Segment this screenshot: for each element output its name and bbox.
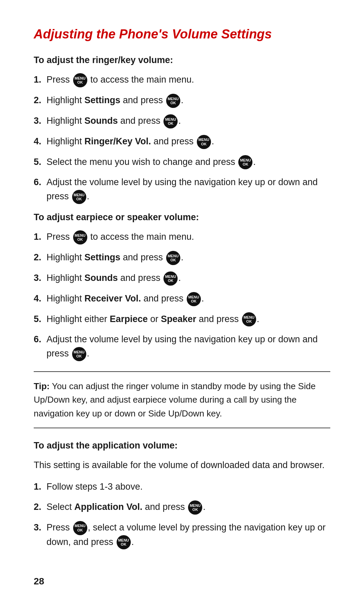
page-number: 28: [34, 576, 44, 587]
tip-text: You can adjust the ringer volume in stan…: [34, 381, 315, 418]
step-2-3: 3. Highlight Sounds and press MENUOK.: [34, 271, 330, 286]
step-2-1: 1. Press MENUOK to access the main menu.: [34, 230, 330, 244]
menu-ok-button: MENUOK: [73, 521, 87, 535]
step-content: Adjust the volume level by using the nav…: [47, 333, 330, 361]
step-1-2: 2. Highlight Settings and press MENUOK.: [34, 93, 330, 108]
step-content: Select Application Vol. and press MENUOK…: [47, 500, 330, 515]
step-content: Press MENUOK to access the main menu.: [47, 73, 330, 87]
ringer-key-volume-section: To adjust the ringer/key volume: 1. Pres…: [34, 55, 330, 204]
menu-ok-button: MENUOK: [166, 251, 180, 265]
step-3-3: 3. Press MENUOK, select a volume level b…: [34, 521, 330, 550]
menu-ok-button: MENUOK: [72, 190, 86, 204]
menu-ok-button: MENUOK: [166, 94, 180, 108]
step-1-1: 1. Press MENUOK to access the main menu.: [34, 73, 330, 87]
application-volume-header: To adjust the application volume:: [34, 440, 330, 451]
step-number: 3.: [34, 271, 47, 285]
menu-ok-button: MENUOK: [242, 312, 256, 326]
step-number: 2.: [34, 93, 47, 107]
step-number: 6.: [34, 175, 47, 189]
step-content: Highlight Ringer/Key Vol. and press MENU…: [47, 135, 330, 149]
step-3-1: 1. Follow steps 1-3 above.: [34, 480, 330, 494]
step-number: 2.: [34, 500, 47, 514]
step-content: Highlight either Earpiece or Speaker and…: [47, 312, 330, 327]
step-number: 3.: [34, 521, 47, 534]
step-content: Follow steps 1-3 above.: [47, 480, 330, 494]
step-content: Adjust the volume level by using the nav…: [47, 175, 330, 204]
menu-ok-button: MENUOK: [163, 114, 178, 128]
step-1-4: 4. Highlight Ringer/Key Vol. and press M…: [34, 135, 330, 149]
menu-ok-button: MENUOK: [187, 292, 201, 306]
ringer-key-steps: 1. Press MENUOK to access the main menu.…: [34, 73, 330, 204]
step-1-6: 6. Adjust the volume level by using the …: [34, 175, 330, 204]
step-1-5: 5. Select the menu you wish to change an…: [34, 155, 330, 170]
step-content: Highlight Sounds and press MENUOK.: [47, 114, 330, 128]
step-content: Highlight Receiver Vol. and press MENUOK…: [47, 292, 330, 306]
menu-ok-button: MENUOK: [117, 535, 131, 549]
tip-label: Tip:: [34, 381, 50, 391]
step-content: Press MENUOK to access the main menu.: [47, 230, 330, 244]
earpiece-speaker-header: To adjust earpiece or speaker volume:: [34, 212, 330, 223]
step-content: Highlight Sounds and press MENUOK.: [47, 271, 330, 286]
ringer-key-header: To adjust the ringer/key volume:: [34, 55, 330, 65]
menu-ok-button: MENUOK: [188, 500, 202, 515]
application-volume-steps: 1. Follow steps 1-3 above. 2. Select App…: [34, 480, 330, 549]
step-content: Press MENUOK, select a volume level by p…: [47, 521, 330, 550]
step-number: 5.: [34, 155, 47, 169]
menu-ok-button: MENUOK: [197, 135, 211, 149]
step-number: 6.: [34, 333, 47, 346]
step-number: 4.: [34, 135, 47, 148]
menu-ok-button: MENUOK: [238, 155, 252, 169]
step-2-6: 6. Adjust the volume level by using the …: [34, 333, 330, 361]
step-1-3: 3. Highlight Sounds and press MENUOK.: [34, 114, 330, 128]
earpiece-speaker-steps: 1. Press MENUOK to access the main menu.…: [34, 230, 330, 361]
step-2-5: 5. Highlight either Earpiece or Speaker …: [34, 312, 330, 327]
step-number: 2.: [34, 251, 47, 264]
step-content: Highlight Settings and press MENUOK.: [47, 251, 330, 265]
menu-ok-button: MENUOK: [73, 230, 87, 244]
step-number: 5.: [34, 312, 47, 326]
step-number: 4.: [34, 292, 47, 306]
step-number: 3.: [34, 114, 47, 128]
step-number: 1.: [34, 480, 47, 494]
application-volume-intro: This setting is available for the volume…: [34, 458, 330, 472]
step-content: Select the menu you wish to change and p…: [47, 155, 330, 170]
step-2-2: 2. Highlight Settings and press MENUOK.: [34, 251, 330, 265]
step-2-4: 4. Highlight Receiver Vol. and press MEN…: [34, 292, 330, 306]
earpiece-speaker-section: To adjust earpiece or speaker volume: 1.…: [34, 212, 330, 361]
page-title: Adjusting the Phone's Volume Settings: [34, 27, 330, 41]
step-3-2: 2. Select Application Vol. and press MEN…: [34, 500, 330, 515]
menu-ok-button: MENUOK: [73, 73, 87, 87]
menu-ok-button: MENUOK: [72, 347, 86, 361]
step-number: 1.: [34, 230, 47, 244]
step-number: 1.: [34, 73, 47, 87]
step-content: Highlight Settings and press MENUOK.: [47, 93, 330, 108]
tip-box: Tip: You can adjust the ringer volume in…: [34, 371, 330, 428]
menu-ok-button: MENUOK: [163, 271, 178, 286]
application-volume-section: To adjust the application volume: This s…: [34, 440, 330, 549]
